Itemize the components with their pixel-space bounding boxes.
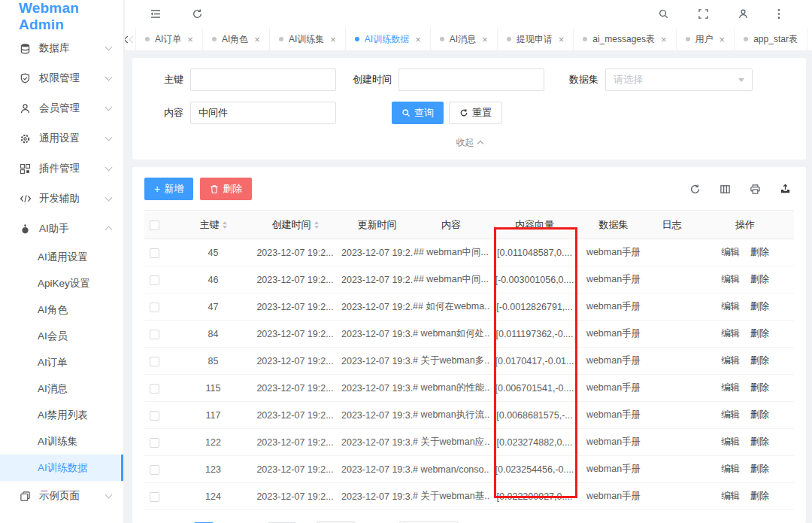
close-icon[interactable]: ×	[415, 35, 421, 44]
delete-link[interactable]: 删除	[750, 328, 769, 339]
sort-icon[interactable]	[223, 221, 227, 229]
delete-link[interactable]: 删除	[750, 247, 769, 257]
close-icon[interactable]: ×	[559, 35, 565, 44]
tab-app-star-table[interactable]: app_star表	[735, 28, 807, 50]
tab-ai-training-set[interactable]: AI训练集×	[270, 28, 346, 50]
edit-link[interactable]: 编辑	[721, 382, 740, 393]
delete-link[interactable]: 删除	[750, 464, 769, 474]
table-body: 45 2023-12-07 19:2... 2023-12-07 19:2...…	[144, 239, 794, 510]
delete-link[interactable]: 删除	[750, 355, 769, 366]
row-checkbox[interactable]	[150, 330, 159, 339]
primary-key-input[interactable]	[190, 68, 336, 91]
print-icon[interactable]	[750, 184, 761, 195]
sidebar-item-ai-training-set[interactable]: AI训练集	[0, 428, 123, 455]
tabs-scroll-left-dim-button[interactable]	[130, 28, 135, 50]
tab-ai-messages-table[interactable]: ai_messages表×	[574, 28, 676, 50]
row-checkbox[interactable]	[150, 384, 159, 394]
sidebar-item-ai-roles[interactable]: AI角色	[0, 296, 123, 323]
column-header-created-at[interactable]: 创建时间	[249, 211, 341, 239]
tab-ai-orders[interactable]: AI订单×	[135, 28, 203, 50]
delete-button[interactable]: 删除	[200, 178, 252, 200]
export-icon[interactable]	[780, 184, 791, 195]
field-label: 创建时间	[353, 73, 392, 87]
tab-ai-training-data[interactable]: AI训练数据×	[346, 28, 431, 50]
sidebar-item-ai-members[interactable]: AI会员	[0, 323, 123, 349]
more-icon[interactable]	[777, 8, 780, 20]
cell-log	[647, 239, 696, 266]
row-checkbox[interactable]	[150, 438, 159, 448]
content-input[interactable]	[190, 102, 336, 124]
collapse-filter-link[interactable]: 收起	[147, 135, 791, 155]
sort-icon[interactable]	[314, 221, 319, 229]
user-icon[interactable]	[738, 8, 749, 20]
select-all-checkbox[interactable]	[150, 220, 159, 230]
row-checkbox[interactable]	[150, 465, 159, 475]
search-button[interactable]: 查询	[392, 102, 444, 124]
sidebar-item-ai-messages[interactable]: AI消息	[0, 376, 123, 402]
tab-users[interactable]: 用户×	[677, 28, 735, 50]
add-button[interactable]: + 新增	[144, 178, 193, 200]
sidebar-item-ai-general-settings[interactable]: AI通用设置	[0, 244, 123, 270]
delete-link[interactable]: 删除	[750, 274, 769, 284]
sidebar-item-members[interactable]: 会员管理	[0, 93, 123, 123]
reset-button[interactable]: 重置	[449, 102, 502, 124]
close-icon[interactable]: ×	[720, 35, 726, 44]
sidebar-item-apikey-settings[interactable]: ApiKey设置	[0, 270, 123, 296]
delete-link[interactable]: 删除	[750, 491, 769, 501]
edit-link[interactable]: 编辑	[721, 274, 740, 284]
edit-link[interactable]: 编辑	[721, 301, 740, 312]
tab-ai-roles[interactable]: AI角色×	[203, 28, 270, 50]
sidebar-item-plugins[interactable]: 插件管理	[0, 154, 123, 184]
row-checkbox[interactable]	[150, 303, 159, 312]
row-checkbox[interactable]	[150, 275, 159, 285]
collapse-menu-icon[interactable]	[149, 8, 162, 20]
row-checkbox[interactable]	[150, 248, 159, 258]
column-header-content-vector: 内容向量	[489, 211, 580, 239]
sidebar-item-ai-orders[interactable]: AI订单	[0, 349, 123, 376]
sidebar-item-settings[interactable]: 通用设置	[0, 123, 123, 154]
cell-log	[647, 266, 696, 293]
table-refresh-icon[interactable]	[689, 184, 701, 195]
header-select-all[interactable]	[144, 211, 177, 239]
sidebar-item-devtools[interactable]: 开发辅助	[0, 184, 123, 214]
close-icon[interactable]: ×	[187, 35, 193, 44]
tab-ai-messages[interactable]: AI消息×	[431, 28, 498, 50]
delete-link[interactable]: 删除	[750, 409, 769, 420]
chevron-up-icon	[477, 141, 483, 147]
sidebar-item-example-pages[interactable]: 示例页面	[0, 481, 123, 511]
sidebar-item-ai-training-data[interactable]: AI训练数据	[0, 455, 123, 481]
fullscreen-icon[interactable]	[698, 8, 709, 20]
cell-content-vector: [-0.003001056,0....	[489, 266, 580, 293]
created-at-input[interactable]	[398, 68, 544, 91]
column-label: 操作	[735, 219, 755, 230]
edit-link[interactable]: 编辑	[721, 464, 740, 474]
close-icon[interactable]: ×	[661, 35, 667, 44]
sidebar-item-permissions[interactable]: 权限管理	[0, 63, 123, 93]
sidebar-item-ai-blocklist[interactable]: AI禁用列表	[0, 402, 123, 428]
edit-link[interactable]: 编辑	[721, 328, 740, 339]
edit-link[interactable]: 编辑	[721, 491, 740, 501]
refresh-icon[interactable]	[192, 8, 203, 20]
edit-link[interactable]: 编辑	[721, 247, 740, 257]
edit-link[interactable]: 编辑	[721, 436, 740, 447]
table-columns-icon[interactable]	[720, 184, 731, 195]
column-header-primary-key[interactable]: 主键	[177, 211, 249, 239]
row-checkbox[interactable]	[150, 411, 159, 421]
dataset-select[interactable]: 请选择	[605, 68, 753, 91]
close-icon[interactable]: ×	[482, 35, 488, 44]
row-checkbox[interactable]	[150, 357, 159, 366]
search-icon[interactable]	[658, 8, 669, 20]
delete-link[interactable]: 删除	[750, 382, 769, 393]
edit-link[interactable]: 编辑	[721, 355, 740, 366]
row-checkbox[interactable]	[150, 492, 159, 502]
delete-link[interactable]: 删除	[750, 436, 769, 447]
edit-link[interactable]: 编辑	[721, 409, 740, 420]
close-icon[interactable]: ×	[254, 35, 260, 44]
sidebar-item-database[interactable]: 数据库	[0, 33, 123, 63]
sidebar-item-ai-assistant[interactable]: AI助手	[0, 214, 123, 244]
tabs-scroll-right-button[interactable]	[807, 37, 812, 42]
close-icon[interactable]: ×	[330, 35, 336, 44]
tab-withdrawal-requests[interactable]: 提现申请×	[498, 28, 574, 50]
column-header-actions: 操作	[696, 211, 794, 239]
delete-link[interactable]: 删除	[750, 301, 769, 312]
